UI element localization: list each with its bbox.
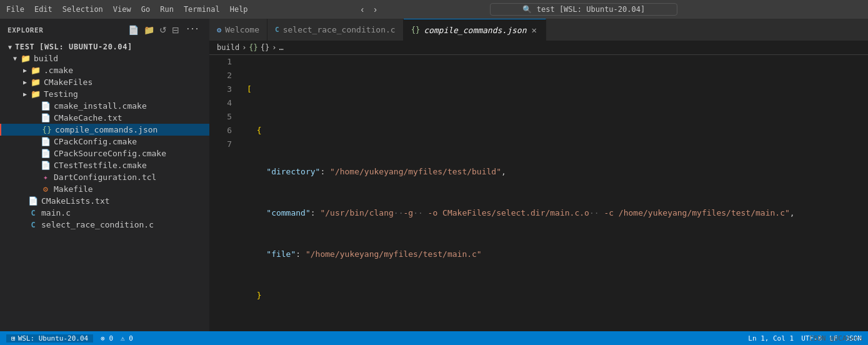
line-numbers: 1 2 3 4 5 6 7 [209, 55, 239, 331]
tab-select-race[interactable]: C select_race_condition.c [267, 19, 404, 41]
tree-item-cpacksource[interactable]: 📄 CPackSourceConfig.cmake [0, 148, 209, 159]
new-folder-button[interactable]: 📁 [142, 24, 156, 36]
new-file-button[interactable]: 📄 [127, 24, 140, 36]
breadcrumb: build › {} {} › … [209, 41, 868, 55]
search-bar[interactable]: 🔍 test [WSL: Ubuntu-20.04] [490, 3, 677, 16]
tree-item-cmakelists[interactable]: 📄 CMakeLists.txt [0, 195, 209, 207]
navigation-buttons: ‹ › [357, 3, 381, 16]
code-line-4: "command": "/usr/bin/clang··-g·· -o CMak… [247, 206, 861, 220]
workspace-root[interactable]: ▼ TEST [WSL: UBUNTU-20.04] [0, 41, 209, 52]
tree-item-cmakefiles[interactable]: ▶ 📁 CMakeFiles [0, 76, 209, 88]
main-layout: Explorer 📄 📁 ↺ ⊟ ··· ▼ TEST [WSL: UBUNTU… [0, 19, 868, 331]
editor-area: ⚙ Welcome C select_race_condition.c {} c… [209, 19, 868, 331]
status-left: ⊞ WSL: Ubuntu-20.04 ⊗ 0 ⚠ 0 [6, 334, 133, 342]
compile-commands-tab-close[interactable]: ✕ [531, 25, 538, 35]
tree-item-makefile[interactable]: ⚙ Makefile [0, 183, 209, 195]
select-race-tab-icon: C [275, 26, 279, 34]
cmake-folder-icon: 📁 [30, 66, 41, 75]
breadcrumb-sep-2: › [272, 43, 276, 52]
status-bar: ⊞ WSL: Ubuntu-20.04 ⊗ 0 ⚠ 0 Ln 1, Col 1 … [0, 331, 868, 345]
main-c-label: main.c [41, 208, 209, 218]
tree-item-cmake[interactable]: ▶ 📁 .cmake [0, 64, 209, 76]
explorer-header: Explorer 📄 📁 ↺ ⊟ ··· [0, 19, 209, 41]
ctest-label: CTestTestfile.cmake [54, 161, 209, 170]
breadcrumb-icon: {} [249, 43, 257, 52]
dart-label: DartConfiguration.tcl [54, 172, 209, 182]
tree-item-testing[interactable]: ▶ 📁 Testing [0, 88, 209, 100]
menu-go[interactable]: Go [141, 5, 150, 14]
menu-edit[interactable]: Edit [34, 5, 52, 14]
tree-item-cmakecache[interactable]: 📄 CMakeCache.txt [0, 112, 209, 124]
cmakecache-label: CMakeCache.txt [54, 113, 209, 122]
breadcrumb-sep-1: › [242, 43, 246, 52]
ctest-icon: 📄 [40, 161, 51, 170]
breadcrumb-filename[interactable]: {} [261, 43, 269, 52]
tree-item-build[interactable]: ▼ 📁 build [0, 52, 209, 64]
welcome-tab-icon: ⚙ [217, 26, 221, 34]
menu-bar: File Edit Selection View Go Run Terminal… [6, 5, 248, 14]
tree-item-ctest[interactable]: 📄 CTestTestfile.cmake [0, 159, 209, 171]
tab-welcome[interactable]: ⚙ Welcome [209, 19, 267, 41]
workspace-label: TEST [WSL: UBUNTU-20.04] [15, 42, 209, 51]
main-c-icon: C [27, 209, 39, 218]
cmakecache-icon: 📄 [40, 113, 51, 122]
breadcrumb-ellipsis[interactable]: … [279, 43, 284, 52]
cmakefiles-label: CMakeFiles [44, 78, 209, 87]
collapse-button[interactable]: ⊟ [171, 24, 181, 36]
cmakefiles-icon: 📁 [30, 78, 41, 87]
menu-run[interactable]: Run [160, 5, 174, 14]
folder-icon: 📁 [20, 54, 31, 63]
breadcrumb-build[interactable]: build [217, 43, 239, 52]
cpackconfig-label: CPackConfig.cmake [54, 137, 209, 146]
tree-item-cpackconfig[interactable]: 📄 CPackConfig.cmake [0, 136, 209, 148]
menu-help[interactable]: Help [230, 5, 248, 14]
select-race-label: select_race_condition.c [41, 220, 209, 229]
code-line-2: { [247, 124, 861, 138]
testing-icon: 📁 [30, 89, 41, 99]
tree-item-main-c[interactable]: C main.c [0, 207, 209, 219]
code-line-3: "directory": "/home/yukeyang/myfiles/tes… [247, 165, 861, 179]
code-line-6: } [247, 289, 861, 302]
build-arrow: ▼ [10, 55, 20, 62]
tree-item-compile-commands[interactable]: {} compile_commands.json [0, 124, 209, 136]
nav-back-button[interactable]: ‹ [357, 3, 368, 16]
title-bar: File Edit Selection View Go Run Terminal… [0, 0, 868, 19]
cpacksource-label: CPackSourceConfig.cmake [54, 149, 209, 158]
error-count[interactable]: ⊗ 0 [101, 334, 113, 342]
build-label: build [34, 54, 209, 63]
tree-item-dart[interactable]: ✦ DartConfiguration.tcl [0, 171, 209, 183]
cmakefiles-arrow: ▶ [20, 79, 30, 86]
compile-commands-label: compile_commands.json [55, 125, 209, 134]
tree-item-select-race[interactable]: C select_race_condition.c [0, 219, 209, 231]
wsl-label: WSL: Ubuntu-20.04 [18, 334, 89, 342]
tab-compile-commands[interactable]: {} compile_commands.json ✕ [404, 19, 546, 41]
workspace-arrow: ▼ [5, 44, 15, 51]
refresh-button[interactable]: ↺ [158, 24, 168, 36]
select-race-tab-label: select_race_condition.c [283, 25, 396, 34]
menu-file[interactable]: File [6, 5, 24, 14]
ln-col[interactable]: Ln 1, Col 1 [748, 334, 794, 342]
line-num-7: 7 [214, 138, 232, 151]
cmake-install-icon: 📄 [40, 101, 51, 111]
compile-commands-tab-icon: {} [411, 26, 420, 34]
wsl-icon: ⊞ [11, 334, 16, 342]
menu-terminal[interactable]: Terminal [184, 5, 220, 14]
menu-view[interactable]: View [113, 5, 131, 14]
code-line-5: "file": "/home/yukeyang/myfiles/test/mai… [247, 248, 861, 261]
line-num-4: 4 [214, 96, 232, 110]
tab-bar: ⚙ Welcome C select_race_condition.c {} c… [209, 19, 868, 41]
more-button[interactable]: ··· [183, 24, 202, 36]
line-num-2: 2 [214, 69, 232, 82]
select-race-icon: C [27, 221, 39, 229]
nav-forward-button[interactable]: › [370, 3, 381, 16]
code-content[interactable]: [ { "directory": "/home/yukeyang/myfiles… [239, 55, 868, 331]
cpacksource-icon: 📄 [40, 149, 51, 158]
tree-item-cmake-install[interactable]: 📄 cmake_install.cmake [0, 100, 209, 112]
compile-commands-tab-label: compile_commands.json [424, 26, 526, 35]
explorer-title: Explorer [7, 26, 43, 34]
warning-count[interactable]: ⚠ 0 [121, 334, 133, 342]
wsl-badge[interactable]: ⊞ WSL: Ubuntu-20.04 [6, 334, 93, 342]
menu-selection[interactable]: Selection [62, 5, 103, 14]
watermark: CSDN @UCASers [809, 334, 863, 342]
code-editor[interactable]: 1 2 3 4 5 6 7 [ { "directory": "/home/yu… [209, 55, 868, 331]
